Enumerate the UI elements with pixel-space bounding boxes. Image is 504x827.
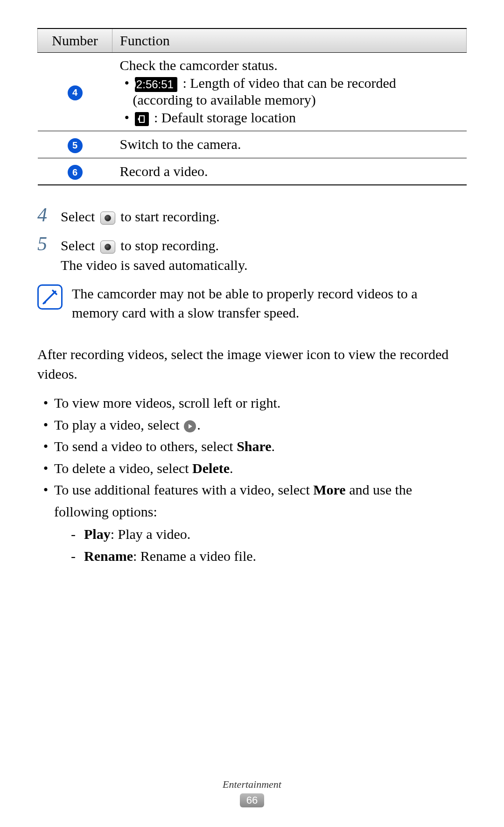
bullet-2-pre: To play a video, select [54, 417, 183, 432]
row5-func: Switch to the camera. [112, 131, 467, 158]
svg-marker-1 [138, 117, 139, 121]
step4-pre: Select [61, 209, 98, 224]
bullet-2-post: . [197, 417, 201, 432]
svg-rect-0 [140, 116, 144, 122]
list-item: • To delete a video, select Delete. [37, 458, 467, 480]
step5-line2: The video is saved automatically. [61, 255, 467, 275]
steps: 4 Select to start recording. 5 Select to… [37, 204, 467, 275]
footer-page-number: 66 [240, 793, 264, 807]
note-text: The camcorder may not be able to properl… [72, 284, 467, 322]
step-num-4: 4 [37, 204, 61, 226]
bullet-3-post: . [272, 438, 275, 454]
after-text: After recording videos, select the image… [37, 345, 467, 384]
step4-post: to start recording. [117, 209, 220, 224]
step5-pre: Select [61, 238, 98, 253]
footer-section: Entertainment [0, 778, 504, 791]
play-icon [184, 420, 196, 432]
list-item: • To use additional features with a vide… [37, 479, 467, 567]
list-item: • To play a video, select . [37, 414, 467, 436]
list-item: • To send a video to others, select Shar… [37, 436, 467, 458]
time-badge: 02:56:51 [135, 77, 177, 92]
bullet-3-bold: Share [237, 438, 271, 454]
step5-post: to stop recording. [117, 238, 219, 253]
th-function: Function [112, 28, 467, 53]
bullet-4-bold: Delete [192, 460, 230, 476]
bullet-4-pre: To delete a video, select [54, 460, 192, 476]
footer: Entertainment 66 [0, 778, 504, 807]
list-item: • To view more videos, scroll left or ri… [37, 392, 467, 414]
step-4: 4 Select to start recording. [37, 204, 467, 226]
sub1-bold: Play [84, 526, 111, 542]
number-badge-5: 5 [68, 138, 83, 153]
row4-storage-line: • : Default storage location [120, 110, 459, 126]
bullet-5-pre: To use additional features with a video,… [54, 482, 313, 497]
svg-marker-2 [189, 424, 192, 429]
step-5: 5 Select to stop recording. The video is… [37, 233, 467, 275]
sub-list-item: - Play: Play a video. [71, 523, 467, 545]
table-row: 5 Switch to the camera. [38, 131, 467, 158]
sub-list-item: - Rename: Rename a video file. [71, 545, 467, 567]
number-badge-6: 6 [68, 165, 83, 180]
row4-time-line: • 02:56:51 : Length of video that can be… [120, 75, 459, 108]
bullet-4-post: . [230, 460, 233, 476]
sub1-rest: : Play a video. [111, 526, 191, 542]
row4-storage-desc: : Default storage location [151, 110, 296, 125]
row6-func: Record a video. [112, 158, 467, 185]
sub2-rest: : Rename a video file. [133, 548, 256, 564]
table-row: 4 Check the camcorder status. • 02:56:51… [38, 53, 467, 131]
sub2-bold: Rename [84, 548, 133, 564]
number-badge-4: 4 [68, 85, 83, 100]
note-block: The camcorder may not be able to properl… [37, 284, 467, 322]
row4-title: Check the camcorder status. [120, 57, 459, 73]
th-number: Number [38, 28, 112, 53]
bullet-5-bold: More [313, 482, 345, 497]
bullet-list: • To view more videos, scroll left or ri… [37, 392, 467, 567]
function-table: Number Function 4 Check the camcorder st… [37, 28, 467, 185]
bullet-1: To view more videos, scroll left or righ… [54, 392, 467, 414]
storage-icon [135, 112, 149, 126]
note-icon [37, 284, 63, 310]
record-button-icon [100, 240, 115, 254]
record-button-icon [100, 212, 115, 225]
bullet-3-pre: To send a video to others, select [54, 438, 237, 454]
table-row: 6 Record a video. [38, 158, 467, 185]
step-num-5: 5 [37, 233, 61, 254]
